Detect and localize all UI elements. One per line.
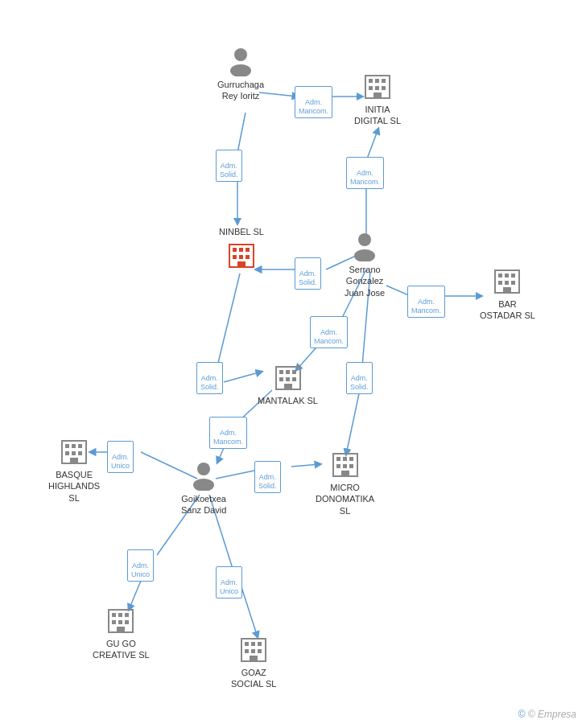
svg-rect-82 (112, 613, 116, 617)
svg-rect-83 (118, 613, 122, 617)
svg-line-13 (224, 372, 262, 382)
building-icon-bar-ostadar (492, 265, 522, 296)
svg-rect-38 (233, 248, 237, 252)
svg-rect-57 (286, 370, 290, 374)
node-mantalak: MANTALAK SL (258, 362, 318, 406)
relbox-adm-mancom-5: Adm. Mancom. (209, 417, 247, 449)
building-icon-ninbel (226, 240, 257, 270)
svg-rect-62 (284, 384, 292, 389)
svg-rect-59 (279, 377, 283, 381)
building-icon-micro (330, 449, 361, 479)
svg-rect-32 (382, 79, 386, 83)
svg-rect-58 (292, 370, 296, 374)
svg-rect-69 (78, 451, 82, 455)
svg-rect-49 (505, 274, 509, 278)
node-micro: MICRO DONOMATIKA SL (316, 449, 374, 516)
svg-rect-78 (341, 471, 349, 476)
relbox-adm-solid-4: Adm. Solid. (346, 362, 373, 394)
label-serrano: Serrano Gonzalez Juan Jose (345, 264, 385, 298)
node-gugu: GU GO CREATIVE SL (93, 605, 150, 661)
svg-point-45 (358, 233, 371, 246)
relbox-adm-mancom-3: Adm. Mancom. (407, 286, 445, 318)
diagram: Gurruchaga Rey Ioritz INITIA DIGITAL SL … (0, 0, 586, 728)
node-initia: INITIA DIGITAL SL (354, 71, 401, 127)
svg-rect-33 (369, 86, 373, 90)
svg-rect-87 (125, 620, 129, 624)
building-icon-gugu (105, 605, 136, 635)
node-goikoetxea: Goikoetxea Sanz David (181, 459, 226, 516)
svg-rect-91 (251, 642, 255, 646)
svg-point-27 (234, 48, 247, 61)
node-ninbel: NINBEL SL (219, 224, 264, 270)
watermark: © © Empresa (518, 709, 576, 720)
svg-rect-34 (375, 86, 379, 90)
svg-rect-60 (286, 377, 290, 381)
relbox-adm-mancom-2: Adm. Mancom. (346, 157, 384, 189)
svg-rect-77 (349, 464, 353, 468)
svg-rect-68 (72, 451, 76, 455)
label-mantalak: MANTALAK SL (258, 395, 318, 406)
svg-rect-84 (125, 613, 129, 617)
svg-point-28 (230, 64, 251, 76)
svg-rect-65 (72, 444, 76, 448)
svg-rect-56 (279, 370, 283, 374)
svg-rect-43 (246, 255, 250, 259)
label-ninbel: NINBEL SL (219, 226, 264, 237)
svg-line-5 (366, 129, 378, 161)
svg-rect-31 (375, 79, 379, 83)
svg-rect-85 (112, 620, 116, 624)
svg-point-79 (197, 463, 210, 475)
label-basque: BASQUE HIGHLANDS SL (48, 469, 100, 504)
person-icon-gurruchaga (225, 44, 257, 76)
svg-rect-86 (118, 620, 122, 624)
person-icon-serrano (349, 229, 381, 261)
svg-line-25 (241, 587, 258, 637)
svg-rect-66 (78, 444, 82, 448)
label-bar-ostadar: BAR OSTADAR SL (480, 298, 535, 322)
svg-rect-48 (498, 274, 502, 278)
svg-rect-61 (292, 377, 296, 381)
svg-line-0 (259, 93, 298, 97)
svg-line-2 (237, 113, 246, 153)
node-goaz: GOAZ SOCIAL SL (231, 634, 276, 690)
label-initia: INITIA DIGITAL SL (354, 104, 401, 127)
svg-rect-42 (239, 255, 243, 259)
label-gugu: GU GO CREATIVE SL (93, 638, 150, 661)
person-icon-goikoetxea (188, 459, 220, 491)
label-gurruchaga: Gurruchaga Rey Ioritz (217, 79, 264, 102)
svg-rect-94 (251, 649, 255, 653)
svg-rect-95 (258, 649, 262, 653)
node-basque: BASQUE HIGHLANDS SL (48, 436, 100, 504)
building-icon-initia (362, 71, 393, 101)
svg-rect-36 (373, 93, 382, 98)
relbox-adm-solid-5: Adm. Solid. (254, 461, 281, 493)
svg-rect-88 (117, 627, 125, 632)
svg-rect-40 (246, 248, 250, 252)
svg-rect-39 (239, 248, 243, 252)
relbox-adm-mancom-1: Adm. Mancom. (295, 86, 332, 118)
svg-rect-96 (250, 656, 258, 661)
svg-rect-30 (369, 79, 373, 83)
label-goikoetxea: Goikoetxea Sanz David (181, 493, 226, 516)
svg-rect-73 (343, 457, 347, 461)
svg-rect-67 (65, 451, 69, 455)
building-icon-basque (59, 436, 89, 467)
svg-rect-92 (258, 642, 262, 646)
relbox-adm-solid-1: Adm. Solid. (216, 150, 242, 182)
svg-rect-70 (70, 458, 78, 463)
svg-rect-44 (237, 261, 246, 267)
svg-rect-41 (233, 255, 237, 259)
svg-point-46 (354, 249, 375, 261)
relbox-adm-unico-3: Adm. Unico (216, 566, 242, 598)
svg-point-80 (193, 479, 214, 491)
svg-rect-75 (336, 464, 340, 468)
relbox-adm-mancom-4: Adm. Mancom. (310, 316, 348, 348)
svg-rect-53 (511, 281, 515, 285)
svg-rect-64 (65, 444, 69, 448)
relbox-adm-solid-3: Adm. Solid. (196, 362, 223, 394)
relbox-adm-unico-1: Adm. Unico (107, 441, 134, 473)
building-icon-mantalak (273, 362, 303, 393)
svg-rect-54 (503, 287, 511, 293)
relbox-adm-solid-2: Adm. Solid. (295, 257, 321, 290)
label-goaz: GOAZ SOCIAL SL (231, 667, 276, 690)
